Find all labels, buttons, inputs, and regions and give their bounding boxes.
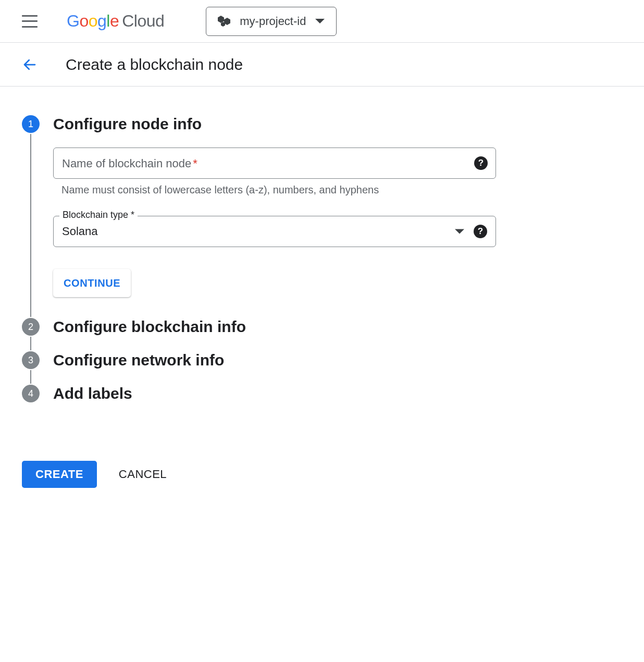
page-title: Create a blockchain node [66,56,243,73]
title-bar: Create a blockchain node [0,43,644,87]
step-add-labels[interactable]: 4 Add labels [22,385,622,416]
step-number-4: 4 [22,385,40,402]
content-area: 1 Configure node info Name of blockchain… [0,87,644,509]
blockchain-type-select[interactable]: Solana ? [53,216,496,247]
step-title-4: Add labels [53,385,496,402]
step-connector [30,134,31,317]
step-connector [30,370,31,384]
step-number-2: 2 [22,318,40,336]
help-icon[interactable]: ? [474,225,487,238]
back-arrow-icon[interactable] [22,57,38,72]
svg-marker-0 [218,16,224,23]
node-name-input[interactable]: Name of blockchain node * [53,148,496,179]
node-name-group: Name of blockchain node * ? Name must co… [53,148,496,196]
chevron-down-icon [455,229,464,234]
step-configure-node-info: 1 Configure node info Name of blockchain… [22,115,622,318]
footer-actions: CREATE CANCEL [22,461,622,488]
step-title-3: Configure network info [53,351,496,369]
menu-icon[interactable] [22,15,38,28]
blockchain-type-label: Blockchain type * [59,210,138,220]
node-name-label: Name of blockchain node [62,157,191,170]
step-number-3: 3 [22,351,40,369]
node-name-hint: Name must consist of lowercase letters (… [53,184,496,196]
step-configure-network-info[interactable]: 3 Configure network info [22,351,622,385]
help-icon[interactable]: ? [474,156,488,170]
step-title-1: Configure node info [53,115,496,133]
step-rail: 1 [22,115,40,318]
step-configure-blockchain-info[interactable]: 2 Configure blockchain info [22,318,622,351]
step-connector [30,337,31,350]
continue-button[interactable]: CONTINUE [53,269,131,297]
project-picker[interactable]: my-project-id [206,7,337,36]
stepper: 1 Configure node info Name of blockchain… [22,115,622,416]
project-id-label: my-project-id [240,15,306,28]
project-hex-icon [218,16,230,27]
google-cloud-logo: Google Cloud [67,11,164,31]
step-number-1: 1 [22,115,40,133]
step-title-2: Configure blockchain info [53,318,496,336]
cancel-button[interactable]: CANCEL [119,468,167,481]
blockchain-type-group: Blockchain type * Solana ? [53,216,496,247]
blockchain-type-value: Solana [62,225,98,238]
logo-cloud-text: Cloud [122,11,164,31]
create-button[interactable]: CREATE [22,461,97,488]
chevron-down-icon [315,19,325,23]
required-asterisk: * [193,157,197,170]
top-bar: Google Cloud my-project-id [0,0,644,43]
